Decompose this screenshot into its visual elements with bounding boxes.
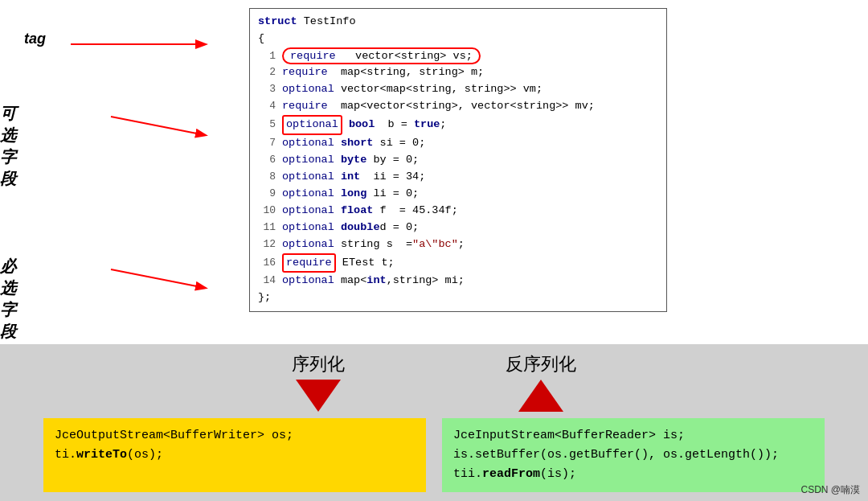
input-line2: is.setBuffer(os.getBuffer(), os.getLengt…	[453, 446, 813, 465]
optional-kw-11: optional	[282, 220, 334, 236]
input-line3-prefix: tii.	[453, 467, 482, 481]
bool-type: bool	[349, 117, 375, 133]
int-type-14: int	[366, 273, 386, 290]
open-brace: {	[258, 31, 658, 47]
up-arrow-icon	[518, 380, 563, 412]
line-num-3: 3	[258, 81, 276, 97]
optional-label: 可选字段	[0, 103, 16, 190]
int-type: int	[341, 169, 360, 186]
code-line-7: 7 optional short si = 0;	[258, 135, 658, 152]
line-num-5: 5	[258, 117, 276, 133]
line5-var: b	[388, 117, 395, 133]
input-line1: JceInputStream<BufferReader> is;	[453, 426, 813, 446]
double-type: double	[341, 220, 380, 236]
input-line3: tii.readFrom(is);	[453, 465, 813, 484]
struct-keyword: struct	[258, 14, 297, 31]
line-num-11: 11	[258, 220, 276, 236]
code-line-2: 2 require map<string, string> m;	[258, 64, 658, 81]
line12-type: string s =	[341, 236, 412, 253]
struct-name: TestInfo	[304, 14, 356, 31]
line3-content: vector<map<string, string>> vm;	[341, 81, 542, 98]
input-code-box: JceInputStream<BufferReader> is; is.setB…	[442, 418, 825, 492]
line-num-6: 6	[258, 152, 276, 168]
svg-line-2	[111, 269, 205, 288]
main-container: tag 可选字段 必选字段 struct	[0, 0, 868, 501]
output-line2-suffix: (os);	[127, 448, 163, 462]
byte-type: byte	[341, 152, 366, 169]
code-line-4: 4 require map<vector<string>, vector<str…	[258, 98, 658, 115]
line-num-4: 4	[258, 98, 276, 114]
serialize-label: 序列化	[292, 352, 345, 376]
line16-highlight: require	[282, 253, 336, 273]
require-kw-2: require	[282, 64, 328, 81]
require-kw-4: require	[282, 98, 328, 115]
optional-kw-3: optional	[282, 81, 334, 98]
line-num-16: 16	[258, 255, 276, 271]
arrows-row: 序列化 反序列化	[0, 352, 868, 412]
float-type: float	[341, 203, 374, 220]
code-boxes-row: JceOutputStream<BufferWriter> os; ti.wri…	[43, 418, 825, 492]
code-line-6: 6 optional byte by = 0;	[258, 152, 658, 169]
output-line2: ti.writeTo(os);	[55, 446, 415, 465]
line4-content: map<vector<string>, vector<string>> mv;	[341, 98, 595, 115]
code-box: struct TestInfo { 1 require vector<strin…	[249, 8, 667, 312]
require-kw-16: require	[286, 257, 332, 269]
line-num-14: 14	[258, 273, 276, 289]
line6-var: by = 0;	[373, 152, 419, 169]
input-line3-suffix: (is);	[540, 467, 576, 481]
line14-rest: ,string> mi;	[387, 273, 465, 290]
optional-kw-6: optional	[282, 152, 334, 169]
serialize-label-group: 序列化	[292, 352, 345, 412]
line-num-9: 9	[258, 186, 276, 202]
code-line-10: 10 optional float f = 45.34f;	[258, 203, 658, 220]
deserialize-label-group: 反序列化	[506, 352, 576, 412]
svg-line-1	[111, 117, 205, 135]
optional-kw-8: optional	[282, 169, 334, 186]
line-num-8: 8	[258, 169, 276, 185]
line1-highlight: require vector<string> vs;	[282, 47, 481, 65]
long-type: long	[341, 186, 366, 203]
line7-var: si = 0;	[380, 135, 426, 152]
optional-kw-14: optional	[282, 273, 334, 290]
line-num-2: 2	[258, 64, 276, 80]
line12-val: "a\"bc"	[412, 236, 458, 253]
line16-content: ETest t;	[342, 255, 395, 272]
line5-highlight: optional	[282, 115, 342, 135]
require-kw: require	[290, 50, 336, 62]
down-arrow-icon	[296, 380, 341, 412]
code-line-3: 3 optional vector<map<string, string>> v…	[258, 81, 658, 98]
code-line-9: 9 optional long li = 0;	[258, 186, 658, 203]
optional-kw-7: optional	[282, 135, 334, 152]
code-line-8: 8 optional int ii = 34;	[258, 169, 658, 186]
line11-var: d = 0;	[380, 220, 420, 236]
true-val: true	[414, 117, 440, 133]
optional-kw-10: optional	[282, 203, 334, 220]
line8-var: ii = 34;	[373, 169, 425, 186]
bottom-section: 序列化 反序列化 JceOutputStream<BufferWriter> o…	[0, 344, 868, 501]
tag-label: tag	[24, 31, 46, 47]
line1-content: vector<string> vs;	[355, 50, 473, 62]
optional-kw-9: optional	[282, 186, 334, 203]
optional-kw-12: optional	[282, 236, 334, 253]
output-line2-prefix: ti.	[55, 448, 76, 462]
optional-kw-5: optional	[286, 118, 338, 130]
line9-var: li = 0;	[373, 186, 419, 203]
watermark: CSDN @喃漠	[800, 483, 860, 497]
code-line-1: 1 require vector<string> vs;	[258, 47, 658, 65]
line10-var: f = 45.34f;	[380, 203, 458, 220]
code-line-14: 14 optional map<int,string> mi;	[258, 273, 658, 290]
output-line2-method: writeTo	[76, 448, 127, 462]
code-section: tag 可选字段 必选字段 struct	[0, 0, 868, 312]
struct-header: struct TestInfo	[258, 14, 658, 31]
line-num-1: 1	[258, 48, 276, 64]
line2-content: map<string, string> m;	[341, 64, 484, 81]
line14-content: map<	[341, 273, 366, 290]
line-num-12: 12	[258, 236, 276, 253]
code-line-12: 12 optional string s = "a\"bc";	[258, 236, 658, 253]
line-num-10: 10	[258, 203, 276, 219]
output-code-box: JceOutputStream<BufferWriter> os; ti.wri…	[43, 418, 426, 492]
required-label: 必选字段	[0, 256, 16, 343]
output-line1: JceOutputStream<BufferWriter> os;	[55, 426, 415, 446]
input-line3-method: readFrom	[482, 467, 540, 481]
short-type: short	[341, 135, 374, 152]
